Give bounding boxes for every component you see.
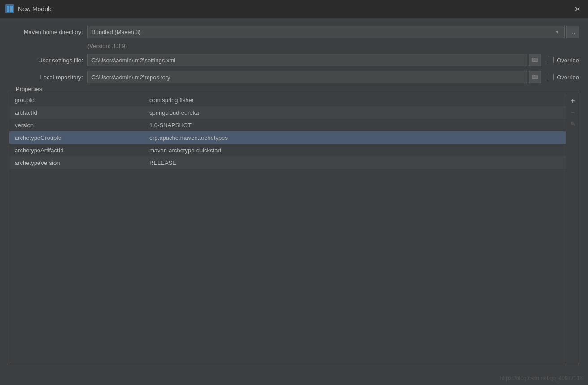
prop-key: artifactId xyxy=(9,109,144,116)
footer-link: https://blog.csdn.net/qq_40977118 xyxy=(500,375,583,381)
new-module-dialog: New Module ✕ Maven home directory: Bundl… xyxy=(0,0,588,385)
remove-property-button[interactable]: − xyxy=(567,107,578,118)
svg-rect-3 xyxy=(10,9,13,12)
prop-value: RELEASE xyxy=(144,160,566,166)
prop-value: springcloud-eureka xyxy=(144,109,566,116)
prop-key: groupId xyxy=(9,97,144,104)
local-repo-override-section: Override xyxy=(548,74,579,81)
table-row[interactable]: groupIdcom.spring.fisher xyxy=(9,94,566,106)
version-text: (Version: 3.3.9) xyxy=(87,43,579,49)
properties-actions: + − ✎ xyxy=(566,94,579,364)
prop-key: archetypeVersion xyxy=(9,160,144,166)
maven-home-value: Bundled (Maven 3) xyxy=(91,29,553,35)
edit-property-button[interactable]: ✎ xyxy=(567,119,578,130)
table-row[interactable]: archetypeVersionRELEASE xyxy=(9,156,566,169)
user-settings-folder-button[interactable] xyxy=(529,54,541,66)
local-repo-input[interactable] xyxy=(87,71,527,83)
prop-key: archetypeGroupId xyxy=(9,134,144,141)
dialog-content: Maven home directory: Bundled (Maven 3) … xyxy=(0,18,588,372)
properties-table: groupIdcom.spring.fisherartifactIdspring… xyxy=(9,94,566,364)
properties-section: Properties groupIdcom.spring.fisherartif… xyxy=(9,90,579,364)
dropdown-arrow-icon: ▼ xyxy=(553,30,561,35)
app-icon xyxy=(5,4,14,13)
local-repo-label: Local repository: xyxy=(9,74,83,81)
local-repo-folder-button[interactable] xyxy=(529,71,541,83)
local-repo-row: Local repository: Override xyxy=(9,71,579,83)
prop-value: maven-archetype-quickstart xyxy=(144,147,566,154)
svg-rect-2 xyxy=(7,9,9,12)
local-repo-input-group xyxy=(87,71,541,83)
properties-legend: Properties xyxy=(14,86,44,92)
prop-value: com.spring.fisher xyxy=(144,97,566,104)
table-row[interactable]: archetypeArtifactIdmaven-archetype-quick… xyxy=(9,144,566,156)
dialog-title: New Module xyxy=(18,5,53,13)
maven-home-browse-button[interactable]: ... xyxy=(566,26,579,38)
add-property-button[interactable]: + xyxy=(567,95,578,106)
user-settings-input-group xyxy=(87,54,541,66)
title-bar: New Module ✕ xyxy=(0,0,588,18)
svg-rect-1 xyxy=(10,6,13,9)
user-settings-override-section: Override xyxy=(548,57,579,64)
table-row[interactable]: artifactIdspringcloud-eureka xyxy=(9,106,566,119)
maven-home-input-group: Bundled (Maven 3) ▼ ... xyxy=(87,26,579,38)
maven-home-dropdown[interactable]: Bundled (Maven 3) ▼ xyxy=(87,26,565,38)
prop-value: org.apache.maven.archetypes xyxy=(144,134,566,141)
user-settings-override-checkbox[interactable] xyxy=(548,57,554,63)
prop-value: 1.0-SNAPSHOT xyxy=(144,122,566,129)
local-repo-override-checkbox[interactable] xyxy=(548,74,554,80)
user-settings-input[interactable] xyxy=(87,54,527,66)
local-repo-override-label: Override xyxy=(557,74,579,81)
user-settings-override-label: Override xyxy=(557,57,579,64)
maven-home-label: Maven home directory: xyxy=(9,29,83,35)
title-bar-left: New Module xyxy=(5,4,53,13)
footer: https://blog.csdn.net/qq_40977118 xyxy=(0,372,588,385)
prop-key: version xyxy=(9,122,144,129)
maven-home-row: Maven home directory: Bundled (Maven 3) … xyxy=(9,26,579,38)
user-settings-row: User settings file: Override xyxy=(9,54,579,66)
table-row[interactable]: version1.0-SNAPSHOT xyxy=(9,119,566,131)
svg-rect-0 xyxy=(7,6,9,9)
user-settings-label: User settings file: xyxy=(9,57,83,64)
table-row[interactable]: archetypeGroupIdorg.apache.maven.archety… xyxy=(9,131,566,144)
properties-content: groupIdcom.spring.fisherartifactIdspring… xyxy=(9,94,579,364)
prop-key: archetypeArtifactId xyxy=(9,147,144,154)
close-button[interactable]: ✕ xyxy=(572,4,583,14)
